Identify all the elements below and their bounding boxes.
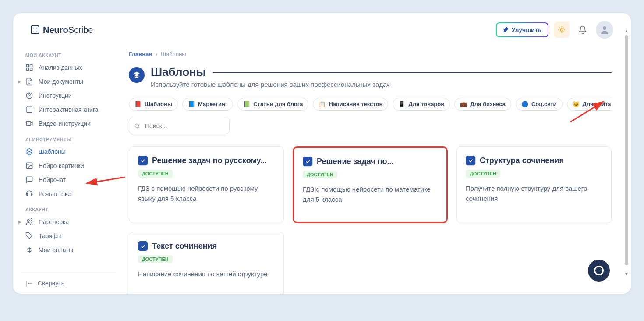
sidebar-item-video[interactable]: Видео-инструкции — [21, 117, 116, 131]
logo[interactable]: NeuroScribe — [31, 25, 93, 35]
filter-chip[interactable]: 📗Статьи для блога — [237, 98, 308, 111]
sidebar-item-payments[interactable]: Мои оплаты — [21, 243, 116, 257]
sidebar-section-account: МОЙ АККАУНТ — [21, 46, 116, 61]
svg-point-10 — [28, 164, 28, 165]
chip-label: Соц.сети — [531, 101, 557, 107]
breadcrumb-home[interactable]: Главная — [129, 51, 152, 57]
image-icon — [25, 162, 33, 170]
svg-point-11 — [28, 220, 30, 222]
logo-text-light: Scribe — [68, 25, 93, 35]
sidebar-item-label: Нейро-картинки — [39, 162, 84, 169]
card-title: Решение задач по... — [317, 157, 394, 166]
template-card[interactable]: Текст сочинения ДОСТУПЕН Написание сочин… — [129, 232, 284, 294]
filter-chip[interactable]: 📱Для товаров — [393, 98, 450, 111]
upgrade-button[interactable]: Улучшить — [496, 22, 548, 37]
sidebar-item-documents[interactable]: ▶ Мои документы — [21, 75, 116, 89]
status-badge: ДОСТУПЕН — [138, 255, 173, 263]
sidebar-item-analytics[interactable]: Анализ данных — [21, 61, 116, 75]
chat-icon — [594, 266, 604, 275]
card-title: Решение задач по русскому... — [152, 156, 267, 165]
sidebar-item-label: Тарифы — [39, 232, 62, 239]
notifications-button[interactable] — [575, 22, 591, 38]
layers-icon — [133, 71, 141, 79]
sidebar-item-label: Видео-инструкции — [39, 120, 91, 127]
scrollbar[interactable] — [625, 35, 628, 265]
sidebar-item-affiliate[interactable]: ▶ Партнерка — [21, 215, 116, 229]
sidebar-item-book[interactable]: Интерактивная книга — [21, 103, 116, 117]
filter-chip[interactable]: 📘Маркетинг — [182, 98, 233, 111]
bell-icon — [578, 25, 587, 34]
chevron-right-icon: ▶ — [18, 220, 21, 224]
filter-chip[interactable]: 📋Написание текстов — [313, 98, 388, 111]
search-icon — [134, 123, 140, 129]
page-title: Шаблоны — [151, 65, 206, 79]
svg-rect-5 — [30, 68, 32, 71]
sidebar-item-images[interactable]: Нейро-картинки — [21, 159, 116, 173]
sidebar-item-label: Мои документы — [39, 78, 83, 85]
sidebar-collapse[interactable]: |← Свернуть — [21, 272, 116, 294]
sidebar-item-tariffs[interactable]: Тарифы — [21, 229, 116, 243]
template-card[interactable]: Структура сочинения ДОСТУПЕН Получите по… — [456, 146, 612, 223]
template-cards: Решение задач по русскому... ДОСТУПЕН ГД… — [129, 146, 612, 294]
svg-point-0 — [560, 29, 563, 31]
sidebar-item-label: Шаблоны — [39, 148, 66, 155]
svg-rect-2 — [26, 64, 28, 67]
template-card[interactable]: Решение задач по русскому... ДОСТУПЕН ГД… — [129, 146, 284, 223]
sidebar-item-instructions[interactable]: Инструкции — [21, 89, 116, 103]
chip-label: Маркетинг — [198, 101, 227, 107]
svg-point-1 — [603, 26, 606, 30]
user-icon — [599, 25, 610, 35]
card-description: Получите полную структуру для вашего соч… — [466, 184, 602, 203]
chip-icon: 📱 — [398, 101, 405, 107]
dollar-icon — [25, 246, 33, 254]
page-icon — [129, 67, 145, 83]
card-title: Структура сочинения — [480, 156, 564, 165]
chip-label: Статьи для блога — [253, 101, 303, 107]
avatar[interactable] — [596, 21, 613, 39]
filter-chip[interactable]: 🔵Соц.сети — [516, 98, 563, 111]
svg-rect-7 — [27, 107, 32, 113]
svg-rect-8 — [26, 122, 31, 126]
chat-icon — [25, 176, 33, 184]
chip-icon: 📕 — [134, 101, 142, 107]
status-badge: ДОСТУПЕН — [303, 171, 337, 178]
search-wrap — [129, 118, 230, 134]
check-icon — [138, 241, 148, 251]
layers-icon — [25, 148, 33, 156]
sidebar-item-speech[interactable]: Речь в текст — [21, 187, 116, 201]
card-title: Текст сочинения — [152, 242, 217, 251]
check-icon — [138, 156, 148, 165]
filter-chip[interactable]: 🐱Для сайта — [567, 98, 612, 111]
search-input[interactable] — [129, 118, 230, 134]
theme-toggle[interactable] — [554, 22, 570, 38]
headphones-icon — [25, 190, 33, 198]
card-description: ГДЗ с помощью нейросети по русскому язык… — [138, 184, 275, 203]
breadcrumb-current: Шаблоны — [161, 51, 186, 57]
chip-label: Шаблоны — [145, 101, 172, 107]
sidebar-item-label: Нейрочат — [39, 176, 66, 183]
chip-icon: 📋 — [318, 101, 326, 107]
collapse-label: Свернуть — [38, 280, 64, 287]
sidebar-item-label: Анализ данных — [39, 64, 82, 71]
filter-chip[interactable]: 💼Для бизнеса — [454, 98, 511, 111]
check-icon — [466, 156, 475, 165]
card-description: ГДЗ с помощью нейросети по математике дл… — [303, 185, 438, 204]
title-divider — [213, 72, 612, 73]
chip-label: Для сайта — [583, 101, 611, 107]
template-card[interactable]: Решение задач по... ДОСТУПЕН ГДЗ с помощ… — [293, 146, 448, 223]
status-badge: ДОСТУПЕН — [466, 170, 500, 178]
sidebar: МОЙ АККАУНТ Анализ данных ▶ Мои документ… — [13, 46, 118, 294]
check-icon — [303, 157, 312, 166]
upgrade-label: Улучшить — [512, 26, 541, 33]
sidebar-item-label: Инструкции — [39, 92, 72, 99]
video-icon — [25, 120, 33, 128]
help-icon — [25, 92, 33, 100]
header: NeuroScribe Улучшить — [13, 13, 631, 46]
filter-chip[interactable]: 📕Шаблоны — [129, 98, 178, 111]
sidebar-item-templates[interactable]: Шаблоны — [21, 145, 116, 159]
chevron-right-icon: › — [156, 51, 157, 57]
svg-rect-3 — [30, 64, 32, 67]
chat-fab[interactable] — [588, 260, 610, 282]
main-content: Главная › Шаблоны Шаблоны Используйте го… — [118, 46, 631, 294]
sidebar-item-chat[interactable]: Нейрочат — [21, 173, 116, 187]
